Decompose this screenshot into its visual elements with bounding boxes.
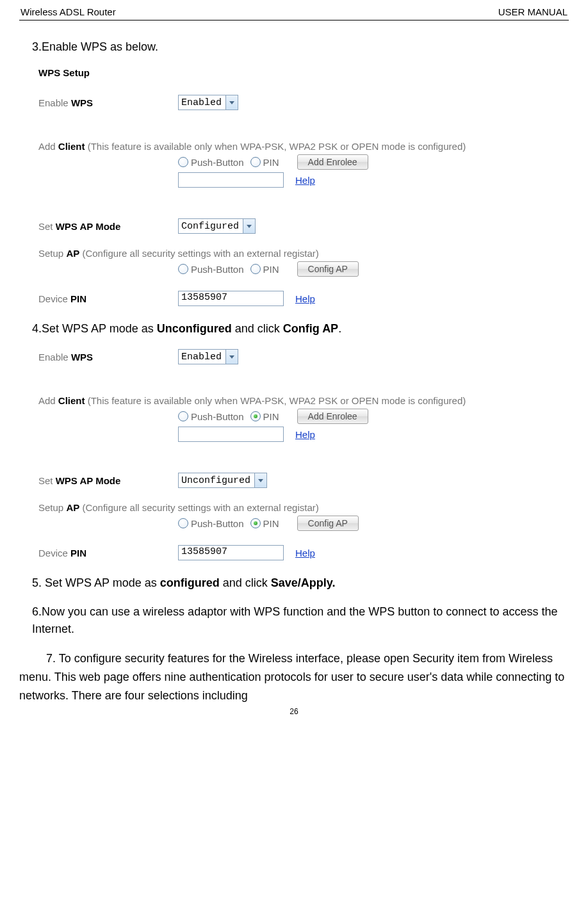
radio-push-button[interactable]: Push-Button xyxy=(178,518,244,529)
device-pin-label: Device PIN xyxy=(38,293,178,304)
radio-icon xyxy=(178,518,188,528)
radio-icon xyxy=(250,411,261,421)
help-link[interactable]: Help xyxy=(295,429,315,440)
page-header: Wireless ADSL Router USER MANUAL xyxy=(19,6,569,20)
chevron-down-icon xyxy=(243,219,255,233)
step-7-text: 7. To configure security features for th… xyxy=(19,649,569,704)
radio-icon xyxy=(250,264,261,274)
add-enrolee-button[interactable]: Add Enrolee xyxy=(297,409,368,424)
wps-ap-mode-label: Set WPS AP Mode xyxy=(38,221,178,232)
chevron-down-icon xyxy=(225,350,238,364)
device-pin-field[interactable]: 13585907 xyxy=(178,291,284,306)
radio-push-button[interactable]: Push-Button xyxy=(178,157,244,168)
enrolee-input[interactable] xyxy=(178,172,284,188)
header-left: Wireless ADSL Router xyxy=(20,6,116,17)
radio-icon xyxy=(178,411,188,421)
device-pin-field[interactable]: 13585907 xyxy=(178,545,284,560)
wps-ap-mode-select[interactable]: Configured xyxy=(178,218,256,234)
radio-icon xyxy=(178,264,188,274)
step-4-text: 4.Set WPS AP mode as Unconfigured and cl… xyxy=(32,320,569,338)
help-link[interactable]: Help xyxy=(295,293,315,304)
page-number: 26 xyxy=(19,707,569,716)
radio-icon xyxy=(250,157,261,167)
wps-ap-mode-select[interactable]: Unconfigured xyxy=(178,473,267,488)
config-ap-button[interactable]: Config AP xyxy=(297,261,359,277)
setup-ap-label: Setup AP (Configure all security setting… xyxy=(38,248,319,259)
radio-push-button[interactable]: Push-Button xyxy=(178,264,244,275)
enable-wps-label: Enable WPS xyxy=(38,97,178,108)
chevron-down-icon xyxy=(225,95,238,110)
step-5-text: 5. Set WPS AP mode as configured and cli… xyxy=(32,574,569,592)
config-ap-button[interactable]: Config AP xyxy=(297,516,359,531)
enable-wps-select[interactable]: Enabled xyxy=(178,95,238,110)
enable-wps-label: Enable WPS xyxy=(38,352,178,362)
setup-ap-label: Setup AP (Configure all security setting… xyxy=(38,502,319,513)
step-6-text: 6.Now you can use a wireless adaptor wit… xyxy=(32,603,569,638)
chevron-down-icon xyxy=(254,473,266,487)
radio-dot-icon xyxy=(254,521,257,525)
radio-pin[interactable]: PIN xyxy=(250,264,279,275)
radio-icon xyxy=(178,157,188,167)
radio-pin[interactable]: PIN xyxy=(250,157,279,168)
radio-pin[interactable]: PIN xyxy=(250,411,279,422)
device-pin-label: Device PIN xyxy=(38,548,178,558)
figure-wps-2: Enable WPS Enabled Add Client (This feat… xyxy=(38,349,569,560)
enrolee-input[interactable] xyxy=(178,427,284,442)
add-client-label: Add Client (This feature is available on… xyxy=(38,395,466,406)
step-3-text: 3.Enable WPS as below. xyxy=(32,38,569,56)
wps-ap-mode-label: Set WPS AP Mode xyxy=(38,475,178,486)
radio-push-button[interactable]: Push-Button xyxy=(178,411,244,422)
add-client-label: Add Client (This feature is available on… xyxy=(38,141,466,152)
wps-setup-title: WPS Setup xyxy=(38,67,90,78)
header-right: USER MANUAL xyxy=(498,6,568,17)
help-link[interactable]: Help xyxy=(295,548,315,558)
help-link[interactable]: Help xyxy=(295,175,315,186)
enable-wps-select[interactable]: Enabled xyxy=(178,349,238,364)
radio-pin[interactable]: PIN xyxy=(250,518,279,529)
add-enrolee-button[interactable]: Add Enrolee xyxy=(297,154,368,170)
radio-icon xyxy=(250,518,261,528)
figure-wps-1: WPS Setup Enable WPS Enabled Add Client … xyxy=(38,67,569,306)
radio-dot-icon xyxy=(254,414,257,418)
